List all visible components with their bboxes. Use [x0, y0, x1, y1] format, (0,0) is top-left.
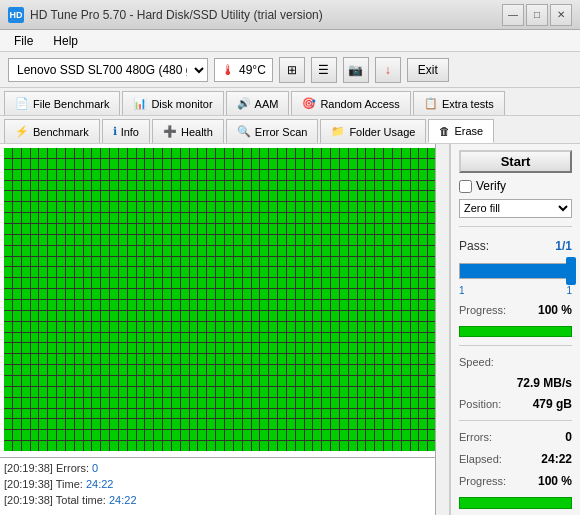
grid-cell [322, 278, 330, 288]
grid-cell [349, 300, 357, 310]
grid-cell [322, 181, 330, 191]
grid-cell [313, 257, 321, 267]
grid-cell [31, 224, 39, 234]
grid-cell [172, 365, 180, 375]
grid-cell [340, 376, 348, 386]
icon-btn-1[interactable]: ⊞ [279, 57, 305, 83]
grid-cell [110, 170, 118, 180]
tab-benchmark[interactable]: ⚡ Benchmark [4, 119, 100, 143]
maximize-button[interactable]: □ [526, 4, 548, 26]
grid-cell [252, 343, 260, 353]
separator-1 [459, 226, 572, 227]
grid-cell [39, 181, 47, 191]
grid-cell [22, 398, 30, 408]
grid-cell [340, 202, 348, 212]
tab-random-access[interactable]: 🎯 Random Access [291, 91, 410, 115]
grid-cell [207, 354, 215, 364]
grid-cell [313, 311, 321, 321]
grid-cell [340, 246, 348, 256]
tab-erase[interactable]: 🗑 Erase [428, 119, 494, 143]
grid-cell [207, 148, 215, 158]
grid-cell [145, 278, 153, 288]
grid-cell [31, 343, 39, 353]
log-scrollbar[interactable] [435, 457, 449, 515]
log-panel[interactable]: [20:19:38] Errors: 0 [20:19:38] Time: 24… [0, 457, 449, 515]
grid-cell [305, 148, 313, 158]
grid-cell [163, 376, 171, 386]
tab-label-disk-monitor: Disk monitor [151, 98, 212, 110]
fill-type-select[interactable]: Zero fill Random fill One fill [459, 199, 572, 217]
grid-cell [66, 170, 74, 180]
grid-cell [198, 267, 206, 277]
menu-help[interactable]: Help [47, 32, 84, 50]
grid-cell [278, 322, 286, 332]
grid-cell [269, 170, 277, 180]
tab-label-extra-tests: Extra tests [442, 98, 494, 110]
grid-cell [190, 191, 198, 201]
grid-cell [419, 267, 427, 277]
grid-cell [172, 398, 180, 408]
tab-disk-monitor[interactable]: 📊 Disk monitor [122, 91, 223, 115]
elapsed-label: Elapsed: [459, 451, 502, 467]
icon-btn-3[interactable]: 📷 [343, 57, 369, 83]
minimize-button[interactable]: — [502, 4, 524, 26]
grid-cell [84, 267, 92, 277]
grid-cell [137, 409, 145, 419]
grid-cell [57, 289, 65, 299]
tab-health[interactable]: ➕ Health [152, 119, 224, 143]
icon-btn-2[interactable]: ☰ [311, 57, 337, 83]
grid-cell [22, 354, 30, 364]
grid-scrollbar[interactable] [435, 144, 449, 457]
grid-cell [252, 333, 260, 343]
grid-cell [366, 354, 374, 364]
grid-cell [181, 213, 189, 223]
tab-extra-tests[interactable]: 📋 Extra tests [413, 91, 505, 115]
grid-cell [393, 409, 401, 419]
grid-cell [154, 148, 162, 158]
grid-cell [66, 387, 74, 397]
erase-icon: 🗑 [439, 125, 450, 137]
grid-cell [13, 354, 21, 364]
grid-cell [296, 191, 304, 201]
grid-cell [322, 213, 330, 223]
grid-cell [128, 289, 136, 299]
grid-cell [402, 300, 410, 310]
grid-cell [340, 322, 348, 332]
grid-cell [22, 311, 30, 321]
exit-button[interactable]: Exit [407, 58, 449, 82]
grid-cell [366, 191, 374, 201]
grid-cell [243, 181, 251, 191]
grid-cell [269, 289, 277, 299]
grid-cell [252, 257, 260, 267]
grid-cell [145, 246, 153, 256]
icon-btn-4[interactable]: ↓ [375, 57, 401, 83]
grid-cell [66, 267, 74, 277]
start-button[interactable]: Start [459, 150, 572, 173]
aam-icon: 🔊 [237, 97, 251, 110]
tab-info[interactable]: ℹ Info [102, 119, 150, 143]
tab-file-benchmark[interactable]: 📄 File Benchmark [4, 91, 120, 115]
close-button[interactable]: ✕ [550, 4, 572, 26]
grid-cell [57, 387, 65, 397]
grid-cell [172, 235, 180, 245]
grid-cell [207, 267, 215, 277]
grid-cell [216, 159, 224, 169]
tab-aam[interactable]: 🔊 AAM [226, 91, 290, 115]
grid-cell [22, 278, 30, 288]
toolbar: Lenovo SSD SL700 480G (480 gB) 🌡 49°C ⊞ … [0, 52, 580, 88]
verify-checkbox[interactable] [459, 180, 472, 193]
progress-thumb[interactable] [566, 257, 576, 285]
grid-cell [384, 213, 392, 223]
menu-file[interactable]: File [8, 32, 39, 50]
grid-cell [4, 224, 12, 234]
grid-cell [163, 409, 171, 419]
tab-error-scan[interactable]: 🔍 Error Scan [226, 119, 319, 143]
device-select[interactable]: Lenovo SSD SL700 480G (480 gB) [8, 58, 208, 82]
grid-cell [190, 213, 198, 223]
grid-cell [84, 365, 92, 375]
grid-cell [145, 441, 153, 451]
title-bar-left: HD HD Tune Pro 5.70 - Hard Disk/SSD Util… [8, 7, 323, 23]
tab-folder-usage[interactable]: 📁 Folder Usage [320, 119, 426, 143]
grid-cell [375, 267, 383, 277]
grid-cell [163, 430, 171, 440]
